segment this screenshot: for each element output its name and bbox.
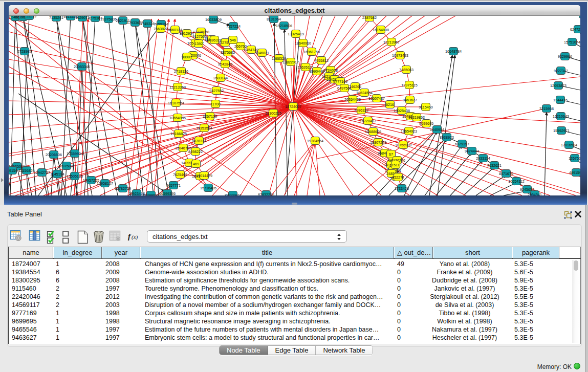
svg-text:89774974: 89774974 xyxy=(225,193,241,196)
svg-text:9146821: 9146821 xyxy=(255,51,269,55)
svg-text:18640910: 18640910 xyxy=(295,41,311,46)
svg-text:16961758: 16961758 xyxy=(303,50,320,54)
svg-text:2964541: 2964541 xyxy=(528,192,542,196)
svg-text:12942737: 12942737 xyxy=(34,170,50,175)
svg-text:126753: 126753 xyxy=(569,156,580,161)
svg-text:10958107: 10958107 xyxy=(97,181,113,186)
svg-text:19384554: 19384554 xyxy=(307,139,323,143)
svg-text:20053346: 20053346 xyxy=(74,64,90,69)
svg-text:15716485: 15716485 xyxy=(200,186,216,190)
svg-text:19166825: 19166825 xyxy=(170,132,187,136)
svg-text:20364436: 20364436 xyxy=(344,97,361,102)
svg-text:3215958: 3215958 xyxy=(539,106,554,111)
svg-text:7663822: 7663822 xyxy=(154,27,168,31)
svg-text:66599395: 66599395 xyxy=(159,191,176,196)
svg-text:18300295: 18300295 xyxy=(265,111,281,116)
svg-text:9777169: 9777169 xyxy=(333,79,347,84)
svg-text:62472380: 62472380 xyxy=(570,27,580,32)
svg-text:16107554: 16107554 xyxy=(168,101,184,105)
svg-text:2933114: 2933114 xyxy=(476,156,490,161)
svg-text:7632621: 7632621 xyxy=(487,163,502,168)
svg-text:9227342: 9227342 xyxy=(554,69,568,73)
svg-text:15592971: 15592971 xyxy=(553,128,570,133)
svg-text:7485063: 7485063 xyxy=(399,68,413,72)
svg-text:1244415: 1244415 xyxy=(553,98,568,102)
svg-text:10688609: 10688609 xyxy=(365,129,381,134)
svg-text:17359934: 17359934 xyxy=(67,151,83,156)
svg-text:18807249: 18807249 xyxy=(370,140,386,145)
svg-text:16154808: 16154808 xyxy=(373,28,389,32)
svg-text:3875685: 3875685 xyxy=(221,50,235,55)
svg-text:2387682: 2387682 xyxy=(362,16,377,20)
svg-text:19218506: 19218506 xyxy=(276,24,292,28)
svg-text:87832216: 87832216 xyxy=(258,192,274,196)
svg-text:8186328: 8186328 xyxy=(207,38,222,42)
svg-text:9242848: 9242848 xyxy=(218,62,232,67)
svg-text:15720407: 15720407 xyxy=(360,119,376,123)
svg-text:18624534: 18624534 xyxy=(356,91,373,95)
svg-text:8471676: 8471676 xyxy=(499,171,513,176)
svg-text:16033809: 16033809 xyxy=(205,17,222,22)
svg-text:9657771: 9657771 xyxy=(166,183,181,188)
svg-text:17016504: 17016504 xyxy=(561,143,577,147)
svg-text:7955812: 7955812 xyxy=(314,58,329,63)
svg-text:12505135: 12505135 xyxy=(67,174,83,179)
svg-text:6379197: 6379197 xyxy=(455,142,469,146)
svg-text:1440954: 1440954 xyxy=(430,127,444,132)
svg-text:2603144: 2603144 xyxy=(213,76,228,80)
svg-text:96319863: 96319863 xyxy=(408,115,425,120)
svg-text:10654112: 10654112 xyxy=(508,179,524,184)
svg-text:8912954: 8912954 xyxy=(180,31,194,36)
svg-text:11700: 11700 xyxy=(210,102,220,106)
svg-text:9427552: 9427552 xyxy=(209,89,224,93)
svg-text:8878334: 8878334 xyxy=(192,139,206,143)
svg-text:10756928: 10756928 xyxy=(395,143,411,147)
svg-text:11156829: 11156829 xyxy=(19,168,35,173)
svg-text:7625402: 7625402 xyxy=(173,172,187,177)
svg-text:12213369: 12213369 xyxy=(169,85,186,90)
svg-text:30399018: 30399018 xyxy=(143,193,159,196)
svg-text:16210643: 16210643 xyxy=(553,114,569,119)
svg-text:67: 67 xyxy=(389,152,393,157)
svg-text:8131064: 8131064 xyxy=(267,17,281,21)
svg-text:f: f xyxy=(128,232,132,240)
svg-text:1629072: 1629072 xyxy=(75,16,90,20)
svg-text:9463627: 9463627 xyxy=(403,98,417,102)
svg-text:2215279: 2215279 xyxy=(22,16,36,18)
svg-text:11353594: 11353594 xyxy=(196,126,212,130)
svg-text:1392: 1392 xyxy=(194,41,203,46)
svg-text:546: 546 xyxy=(230,38,236,42)
svg-text:746266: 746266 xyxy=(349,84,361,89)
svg-text:4891590: 4891590 xyxy=(569,170,580,175)
svg-text:15751074: 15751074 xyxy=(564,40,580,45)
svg-text:1733426: 1733426 xyxy=(395,186,409,191)
svg-text:12213967: 12213967 xyxy=(383,40,400,45)
svg-text:18724007: 18724007 xyxy=(285,104,301,109)
svg-text:3267130: 3267130 xyxy=(203,114,217,119)
svg-text:13822017: 13822017 xyxy=(282,60,299,64)
svg-text:10654985: 10654985 xyxy=(169,116,186,120)
svg-text:115112: 115112 xyxy=(390,163,402,167)
svg-text:9734028: 9734028 xyxy=(323,68,338,73)
svg-text:252274: 252274 xyxy=(392,175,404,180)
svg-text:2728987: 2728987 xyxy=(17,49,32,54)
svg-text:7986322: 7986322 xyxy=(354,108,368,113)
svg-text:7357224: 7357224 xyxy=(226,24,241,29)
svg-text:12093873: 12093873 xyxy=(550,83,567,88)
svg-text:4745328: 4745328 xyxy=(140,21,155,26)
svg-text:16782759: 16782759 xyxy=(115,186,131,191)
svg-text:7135241: 7135241 xyxy=(49,16,63,20)
svg-text:2718126: 2718126 xyxy=(174,69,188,74)
svg-text:10975887: 10975887 xyxy=(58,164,75,168)
svg-text:39154: 39154 xyxy=(9,168,17,173)
svg-text:1145194: 1145194 xyxy=(50,172,64,177)
svg-text:8498222: 8498222 xyxy=(188,149,203,154)
svg-text:8938923: 8938923 xyxy=(440,135,454,140)
svg-text:6216: 6216 xyxy=(386,102,394,107)
svg-text:(x): (x) xyxy=(132,234,138,240)
svg-text:5154287: 5154287 xyxy=(576,16,580,17)
svg-text:20206506: 20206506 xyxy=(46,152,62,157)
svg-text:9474444: 9474444 xyxy=(465,149,479,154)
svg-text:12975115: 12975115 xyxy=(401,83,417,87)
svg-text:10973493: 10973493 xyxy=(392,53,408,58)
